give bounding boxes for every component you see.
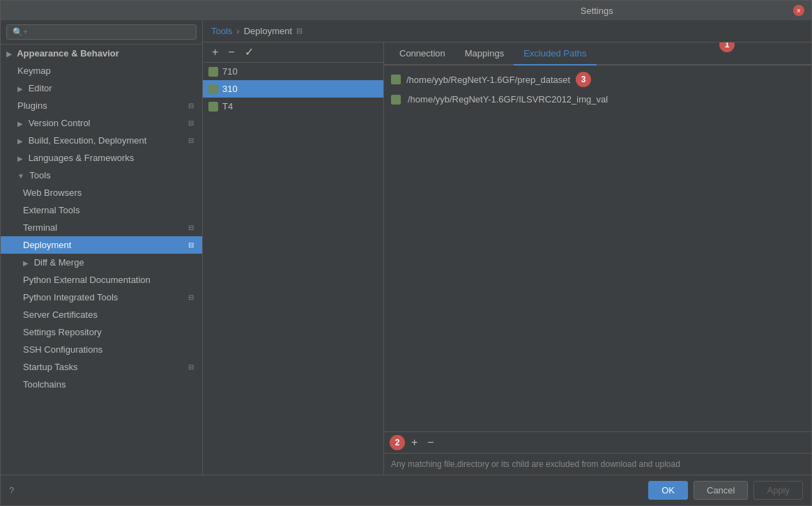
- sidebar-item-ssh-configs[interactable]: SSH Configurations: [1, 341, 202, 358]
- paths-area: /home/yyb/RegNetY-1.6GF/prep_dataset 3 /…: [384, 66, 811, 431]
- server-list: 710 310 T4: [203, 63, 383, 475]
- sidebar-item-python-int-tools[interactable]: Python Integrated Tools ⊟: [1, 289, 202, 306]
- sidebar-item-plugins[interactable]: Plugins ⊟: [1, 97, 202, 114]
- bottom-toolbar: 2 + −: [384, 431, 811, 453]
- sidebar-item-editor[interactable]: ▶ Editor: [1, 79, 202, 97]
- remove-path-button[interactable]: −: [424, 436, 437, 450]
- search-input[interactable]: [6, 24, 197, 40]
- list-item[interactable]: T4: [203, 98, 383, 115]
- title-bar: Settings ×: [1, 1, 811, 20]
- sidebar-item-web-browsers[interactable]: Web Browsers: [1, 184, 202, 201]
- sidebar-item-languages[interactable]: ▶ Languages & Frameworks: [1, 149, 202, 167]
- ok-button[interactable]: OK: [648, 481, 688, 500]
- sidebar-item-server-certs[interactable]: Server Certificates: [1, 306, 202, 323]
- close-button[interactable]: ×: [793, 5, 804, 16]
- expand-icon: ⊟: [188, 102, 194, 109]
- chevron-right-icon: ▶: [6, 50, 12, 58]
- chevron-down-icon: ▼: [17, 172, 24, 180]
- list-item-label: 710: [222, 66, 238, 77]
- expand-icon: ⊟: [188, 224, 194, 231]
- settings-dialog: Settings × ▶ Appearance & Behavior Keyma…: [0, 0, 812, 506]
- left-panel: + − ✓ 710 310: [203, 43, 384, 475]
- apply-button[interactable]: Apply: [753, 481, 803, 500]
- breadcrumb-separator: ›: [236, 26, 239, 36]
- path-value: /home/yyb/RegNetY-1.6GF/prep_dataset: [406, 75, 570, 85]
- footer: ? OK Cancel Apply: [1, 475, 811, 505]
- sidebar-item-terminal[interactable]: Terminal ⊟: [1, 219, 202, 236]
- add-button[interactable]: +: [208, 45, 222, 59]
- add-path-button[interactable]: +: [408, 436, 421, 450]
- sidebar-item-python-ext-doc[interactable]: Python External Documentation: [1, 271, 202, 289]
- expand-icon: ⊟: [188, 363, 194, 371]
- dialog-content: ▶ Appearance & Behavior Keymap ▶ Editor …: [1, 20, 811, 475]
- list-item-label: 310: [222, 84, 238, 94]
- list-item[interactable]: 310: [203, 80, 383, 98]
- search-bar: [1, 20, 202, 45]
- chevron-right-icon: ▶: [17, 120, 23, 128]
- list-item[interactable]: 710: [203, 63, 383, 80]
- sidebar-item-appearance[interactable]: ▶ Appearance & Behavior: [1, 45, 202, 62]
- hint-text: Any matching file,directory or its child…: [384, 453, 811, 475]
- check-button[interactable]: ✓: [241, 45, 257, 59]
- path-icon: [391, 75, 401, 84]
- sidebar: ▶ Appearance & Behavior Keymap ▶ Editor …: [1, 20, 203, 475]
- path-value: /home/yyb/RegNetY-1.6GF/ILSVRC2012_img_v…: [408, 94, 608, 105]
- sidebar-item-version-control[interactable]: ▶ Version Control ⊟: [1, 114, 202, 132]
- sidebar-item-tools[interactable]: ▼ Tools: [1, 167, 202, 184]
- chevron-right-icon: ▶: [23, 259, 29, 267]
- left-toolbar: + − ✓: [203, 43, 383, 63]
- path-item[interactable]: /home/yyb/RegNetY-1.6GF/ILSVRC2012_img_v…: [384, 91, 811, 108]
- server-icon: [208, 102, 218, 112]
- main-content: Tools › Deployment ⊟ + − ✓: [203, 20, 811, 475]
- help-icon[interactable]: ?: [9, 485, 14, 496]
- tab-connection[interactable]: Connection: [390, 43, 455, 66]
- expand-icon: ⊟: [188, 241, 194, 249]
- sidebar-item-build[interactable]: ▶ Build, Execution, Deployment ⊟: [1, 132, 202, 149]
- chevron-right-icon: ▶: [17, 85, 23, 93]
- expand-icon: ⊟: [188, 293, 194, 301]
- breadcrumb-current: Deployment: [244, 26, 292, 36]
- right-panel: 1 Connection Mappings Excluded Paths: [384, 43, 811, 475]
- remove-button[interactable]: −: [224, 45, 238, 59]
- step-badge-2: 2: [390, 435, 405, 450]
- dialog-title: Settings: [401, 6, 794, 16]
- breadcrumb: Tools › Deployment ⊟: [203, 20, 811, 43]
- breadcrumb-parent[interactable]: Tools: [211, 26, 232, 36]
- list-item-label: T4: [222, 101, 233, 112]
- sidebar-item-deployment[interactable]: Deployment ⊟: [1, 236, 202, 254]
- chevron-right-icon: ▶: [17, 137, 23, 145]
- sidebar-item-diff-merge[interactable]: ▶ Diff & Merge: [1, 254, 202, 271]
- panel-content: + − ✓ 710 310: [203, 43, 811, 475]
- expand-icon: ⊟: [188, 119, 194, 127]
- sidebar-item-external-tools[interactable]: External Tools: [1, 201, 202, 219]
- sidebar-item-settings-repo[interactable]: Settings Repository: [1, 323, 202, 341]
- server-icon: [208, 67, 218, 77]
- expand-icon: ⊟: [188, 137, 194, 144]
- path-icon: [391, 95, 401, 105]
- step-badge-3: 3: [576, 72, 591, 87]
- sidebar-item-startup-tasks[interactable]: Startup Tasks ⊟: [1, 358, 202, 376]
- tabs: Connection Mappings Excluded Paths: [390, 43, 806, 64]
- breadcrumb-icon: ⊟: [296, 26, 302, 36]
- tab-excluded-paths[interactable]: Excluded Paths: [514, 43, 596, 66]
- cancel-button[interactable]: Cancel: [694, 481, 748, 500]
- tab-mappings[interactable]: Mappings: [455, 43, 514, 66]
- sidebar-item-keymap[interactable]: Keymap: [1, 62, 202, 79]
- server-icon: [208, 84, 218, 94]
- sidebar-item-toolchains[interactable]: Toolchains: [1, 376, 202, 393]
- chevron-right-icon: ▶: [17, 155, 23, 162]
